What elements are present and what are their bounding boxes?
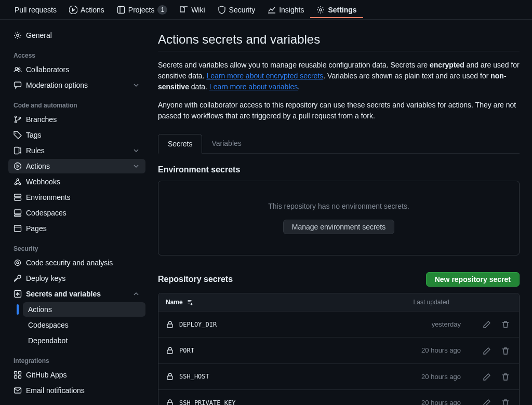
trash-icon <box>501 347 510 355</box>
asterisk-icon <box>14 290 22 298</box>
svg-point-5 <box>18 68 20 70</box>
tab-variables[interactable]: Variables <box>202 134 250 153</box>
sidebar-heading-security: Security <box>8 237 145 255</box>
key-icon <box>14 274 22 282</box>
pencil-icon <box>483 373 491 381</box>
sidebar-secrets-variables[interactable]: Secrets and variables <box>8 287 145 301</box>
sidebar-label: Branches <box>26 115 57 124</box>
apps-icon <box>14 371 22 379</box>
chevron-down-icon <box>132 146 140 155</box>
svg-rect-34 <box>167 402 172 405</box>
sidebar-pages[interactable]: Pages <box>8 221 145 236</box>
edit-secret-button[interactable] <box>481 396 493 405</box>
new-repository-secret-button[interactable]: New repository secret <box>426 272 520 287</box>
nav-label: Pull requests <box>15 6 57 14</box>
sidebar-label: Environments <box>26 193 71 201</box>
sidebar-github-apps[interactable]: GitHub Apps <box>8 368 145 382</box>
sidebar-label: General <box>26 31 52 39</box>
sidebar-heading-integrations: Integrations <box>8 349 145 368</box>
svg-point-3 <box>17 34 19 36</box>
sidebar-deploy-keys[interactable]: Deploy keys <box>8 271 145 286</box>
svg-point-7 <box>15 116 16 117</box>
delete-secret-button[interactable] <box>499 396 512 405</box>
sidebar-sv-dependabot[interactable]: Dependabot <box>23 333 145 348</box>
sidebar-collaborators[interactable]: Collaborators <box>8 62 145 77</box>
svg-point-10 <box>16 133 17 134</box>
svg-point-2 <box>320 9 322 11</box>
tab-projects[interactable]: Projects 1 <box>111 1 174 19</box>
delete-secret-button[interactable] <box>499 370 512 383</box>
pencil-icon <box>483 320 491 329</box>
svg-rect-32 <box>167 350 172 354</box>
secret-name: PORT <box>166 346 194 355</box>
sidebar-general[interactable]: General <box>8 28 145 43</box>
main-content: Actions secrets and variables Secrets an… <box>154 20 532 405</box>
th-name[interactable]: Name <box>166 299 193 306</box>
book-icon <box>180 6 188 14</box>
projects-count: 1 <box>157 5 167 15</box>
svg-point-9 <box>19 117 20 118</box>
delete-secret-button[interactable] <box>499 318 512 331</box>
repository-secrets-heading: Repository secrets <box>158 275 233 284</box>
tab-insights[interactable]: Insights <box>261 2 310 18</box>
sidebar-actions[interactable]: Actions <box>8 159 145 173</box>
edit-secret-button[interactable] <box>481 370 493 383</box>
table-row: SSH_PRIVATE_KEY20 hours ago <box>158 390 519 405</box>
tab-pull-requests[interactable]: Pull requests <box>8 2 63 18</box>
svg-rect-27 <box>19 372 21 374</box>
settings-sidebar: General Access Collaborators Moderation … <box>0 20 154 405</box>
table-header: Name Last updated <box>158 293 519 312</box>
sidebar-email-notifications[interactable]: Email notifications <box>8 383 145 398</box>
browser-icon <box>14 224 22 233</box>
edit-secret-button[interactable] <box>481 344 493 357</box>
tab-settings[interactable]: Settings <box>310 2 363 18</box>
secret-updated: yesterday <box>432 320 461 328</box>
sidebar-label: Moderation options <box>26 81 88 89</box>
svg-rect-28 <box>15 376 17 379</box>
sidebar-moderation[interactable]: Moderation options <box>8 78 145 92</box>
sidebar-label: Pages <box>26 224 47 233</box>
description-1: Secrets and variables allow you to manag… <box>158 60 520 92</box>
lock-icon <box>166 399 174 405</box>
chevron-up-icon <box>132 290 140 298</box>
tab-bar: Secrets Variables <box>158 134 520 154</box>
mail-icon <box>14 386 22 395</box>
repo-secrets-header: Repository secrets New repository secret <box>158 272 520 287</box>
link-variables[interactable]: Learn more about variables <box>209 83 298 91</box>
sidebar-rules[interactable]: Rules <box>8 143 145 158</box>
branch-icon <box>14 115 22 124</box>
sidebar-label: Codespaces <box>26 209 66 217</box>
sidebar-tags[interactable]: Tags <box>8 128 145 142</box>
sidebar-sv-actions[interactable]: Actions <box>23 302 145 317</box>
sidebar-sv-codespaces[interactable]: Codespaces <box>23 318 145 332</box>
nav-label: Settings <box>328 6 356 14</box>
nav-label: Insights <box>279 6 304 14</box>
edit-secret-button[interactable] <box>481 318 493 331</box>
repo-top-nav: Pull requests Actions Projects 1 Wiki Se… <box>0 0 532 20</box>
secret-updated: 20 hours ago <box>421 346 461 354</box>
delete-secret-button[interactable] <box>499 344 512 357</box>
table-row: PORT20 hours ago <box>158 338 519 363</box>
nav-label: Actions <box>81 6 104 14</box>
sidebar-code-security[interactable]: Code security and analysis <box>8 255 145 270</box>
tab-wiki[interactable]: Wiki <box>174 2 211 18</box>
tab-security[interactable]: Security <box>211 2 262 18</box>
sidebar-webhooks[interactable]: Webhooks <box>8 174 145 189</box>
svg-rect-11 <box>15 147 19 154</box>
lock-icon <box>166 372 174 381</box>
svg-rect-6 <box>15 82 21 87</box>
secret-name: SSH_HOST <box>166 372 209 381</box>
sidebar-branches[interactable]: Branches <box>8 112 145 127</box>
pencil-icon <box>483 347 491 355</box>
nav-label: Wiki <box>191 6 205 14</box>
svg-point-15 <box>17 179 19 181</box>
gear-icon <box>316 6 325 14</box>
manage-env-secrets-button[interactable]: Manage environment secrets <box>283 220 395 234</box>
tab-actions[interactable]: Actions <box>63 2 111 18</box>
sidebar-codespaces[interactable]: Codespaces <box>8 206 145 220</box>
link-encrypted-secrets[interactable]: Learn more about encrypted secrets <box>206 72 323 80</box>
sidebar-environments[interactable]: Environments <box>8 190 145 205</box>
th-updated: Last updated <box>414 299 449 306</box>
tab-secrets[interactable]: Secrets <box>158 134 202 154</box>
svg-point-12 <box>15 163 21 170</box>
